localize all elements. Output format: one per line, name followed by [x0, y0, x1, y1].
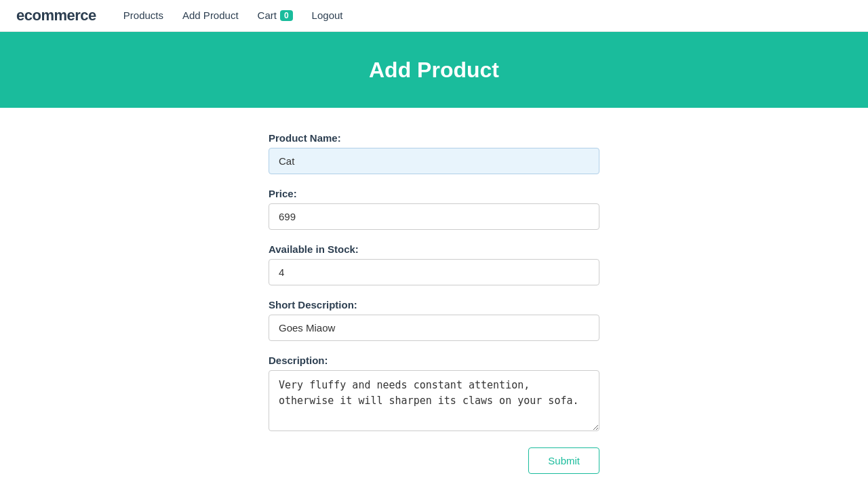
price-group: Price:	[269, 188, 599, 230]
price-input[interactable]	[269, 203, 599, 230]
nav-link-cart[interactable]: Cart 0	[258, 9, 293, 21]
product-name-input[interactable]	[269, 148, 599, 174]
navbar: ecommerce Products Add Product Cart 0 Lo…	[0, 0, 868, 32]
description-textarea[interactable]: Very fluffy and needs constant attention…	[269, 370, 599, 431]
add-product-form: Product Name: Price: Available in Stock:…	[269, 132, 599, 474]
product-name-group: Product Name:	[269, 132, 599, 174]
brand-logo[interactable]: ecommerce	[16, 7, 96, 24]
nav-link-logout[interactable]: Logout	[312, 9, 343, 21]
nav-link-products[interactable]: Products	[123, 9, 163, 21]
stock-group: Available in Stock:	[269, 243, 599, 285]
add-product-form-container: Product Name: Price: Available in Stock:…	[258, 132, 610, 474]
product-name-label: Product Name:	[269, 132, 599, 144]
page-title: Add Product	[369, 58, 499, 83]
short-description-input[interactable]	[269, 315, 599, 341]
price-label: Price:	[269, 188, 599, 199]
description-group: Description: Very fluffy and needs const…	[269, 355, 599, 434]
short-description-label: Short Description:	[269, 299, 599, 311]
description-label: Description:	[269, 355, 599, 366]
submit-button[interactable]: Submit	[528, 447, 599, 474]
stock-label: Available in Stock:	[269, 243, 599, 255]
cart-count-badge: 0	[280, 10, 293, 21]
nav-link-add-product[interactable]: Add Product	[182, 9, 239, 21]
hero-banner: Add Product	[0, 32, 868, 108]
short-description-group: Short Description:	[269, 299, 599, 341]
stock-input[interactable]	[269, 259, 599, 285]
form-actions: Submit	[269, 447, 599, 474]
cart-label: Cart	[258, 9, 277, 21]
